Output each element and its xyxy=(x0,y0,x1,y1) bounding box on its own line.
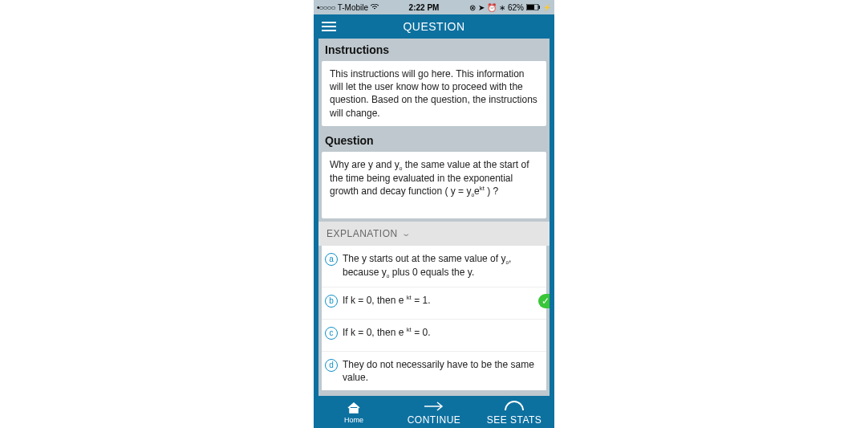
home-button[interactable]: Home xyxy=(326,401,382,424)
option-text: They do not necessarily have to be the s… xyxy=(343,358,543,384)
signal-dots-icon: •○○○○ xyxy=(317,3,335,12)
answer-option-b[interactable]: bIf k = 0, then e kt = 1.✓ xyxy=(322,287,546,320)
status-bar: •○○○○ T-Mobile 2:22 PM ⊗ ➤ ⏰ ∗ 62% ⚡ xyxy=(314,0,554,14)
gauge-icon xyxy=(504,399,525,414)
charging-icon: ⚡ xyxy=(543,4,551,11)
instructions-heading: Instructions xyxy=(318,39,550,61)
menu-icon[interactable] xyxy=(322,19,336,34)
continue-button[interactable]: CONTINUE xyxy=(406,399,462,426)
page-title: QUESTION xyxy=(314,20,554,33)
footer-nav: Home CONTINUE SEE STATS xyxy=(314,396,554,428)
svg-rect-1 xyxy=(527,5,534,10)
location-icon: ➤ xyxy=(478,3,485,12)
options-list: aThe y starts out at the same value of y… xyxy=(322,246,546,390)
alarm-icon: ⏰ xyxy=(487,3,497,12)
status-time: 2:22 PM xyxy=(409,3,440,12)
instructions-body: This instructions will go here. This inf… xyxy=(322,61,546,126)
home-label: Home xyxy=(344,416,363,424)
answer-option-c[interactable]: cIf k = 0, then e kt = 0. xyxy=(322,320,546,352)
question-body: Why are y and yo the same value at the s… xyxy=(322,152,546,218)
wifi-icon xyxy=(371,3,379,12)
bluetooth-icon: ∗ xyxy=(499,3,505,12)
home-icon xyxy=(347,401,360,415)
option-letter-badge: c xyxy=(325,327,338,340)
see-stats-label: SEE STATS xyxy=(487,414,542,426)
continue-label: CONTINUE xyxy=(408,414,461,426)
option-text: If k = 0, then e kt = 0. xyxy=(343,326,543,339)
answer-option-d[interactable]: dThey do not necessarily have to be the … xyxy=(322,352,546,390)
chevron-down-icon: ⌄ xyxy=(401,229,412,238)
content-area: Instructions This instructions will go h… xyxy=(314,39,554,396)
option-letter-badge: a xyxy=(325,253,338,266)
svg-rect-2 xyxy=(539,6,541,9)
battery-pct: 62% xyxy=(508,3,524,12)
answer-option-a[interactable]: aThe y starts out at the same value of y… xyxy=(322,246,546,287)
app-header: QUESTION xyxy=(314,14,554,39)
question-heading: Question xyxy=(318,129,550,152)
explanation-toggle[interactable]: EXPLANATION ⌄ xyxy=(318,222,550,246)
arrow-right-icon xyxy=(424,399,444,414)
phone-frame: •○○○○ T-Mobile 2:22 PM ⊗ ➤ ⏰ ∗ 62% ⚡ QUE… xyxy=(314,0,554,428)
option-text: The y starts out at the same value of yo… xyxy=(343,252,543,280)
option-letter-badge: b xyxy=(325,295,338,308)
scroll-panel[interactable]: Instructions This instructions will go h… xyxy=(318,39,550,396)
correct-indicator: ✓ xyxy=(538,294,550,308)
option-letter-badge: d xyxy=(325,359,338,372)
option-text: If k = 0, then e kt = 1. xyxy=(343,294,543,307)
see-stats-button[interactable]: SEE STATS xyxy=(486,399,542,426)
battery-icon xyxy=(526,3,541,12)
orientation-lock-icon: ⊗ xyxy=(469,3,476,12)
explanation-heading: EXPLANATION xyxy=(327,228,398,239)
carrier-label: T-Mobile xyxy=(338,3,368,12)
